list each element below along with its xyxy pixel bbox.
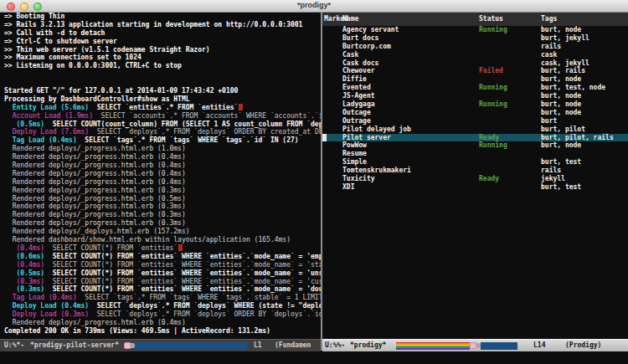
process-name: JS-Agent: [342, 92, 375, 100]
prodigy-modeline-line-number: L14: [533, 341, 545, 349]
process-row[interactable]: EventedRunningburt, test, node: [322, 84, 628, 92]
process-row[interactable]: XDIburt, test: [322, 183, 628, 192]
process-row[interactable]: Simpleburt, test: [322, 158, 628, 167]
log-line: >> Listening on 0.0.0.0:3001, CTRL+C to …: [0, 62, 321, 70]
log-segment: Rendered deploys/_progress.html.erb (0.3…: [4, 203, 186, 210]
process-row[interactable]: Caskcask: [322, 51, 628, 59]
process-status: Running: [479, 84, 507, 92]
log-segment: Processing by DashboardController#show a…: [4, 95, 190, 103]
process-row[interactable]: Tomtenskrukmakerirails: [322, 167, 628, 175]
log-segment: SELECT `tags`.* FROM `tags` WHERE `tags`…: [77, 136, 299, 144]
process-name: Evented: [342, 84, 371, 92]
log-segment: SELECT COUNT(*) FROM `entities` WHERE `e…: [44, 253, 321, 260]
prodigy-modeline[interactable]: U:%%- *prodigy* L14 (Prodigy): [322, 339, 628, 351]
process-row[interactable]: ChewoverFailedburt, rails: [322, 67, 628, 75]
log-line: => Booting Thin: [0, 13, 321, 21]
process-row[interactable]: TuxicityReadyjekyll: [322, 175, 628, 183]
log-line: Started GET "/" for 127.0.0.1 at 2014-01…: [0, 87, 321, 95]
log-segment: SELECT `accounts`.* FROM `accounts` WHER…: [93, 112, 321, 120]
log-modeline-flags: U:%*-: [4, 341, 24, 349]
process-name: XDI: [342, 183, 354, 192]
log-line: (0.4ms) SELECT COUNT(*) FROM `entities`: [0, 244, 321, 253]
log-line: (0.3ms) SELECT COUNT(*) FROM `entities` …: [0, 285, 321, 294]
log-line: Entity Load (5.6ms) SELECT `entities`.* …: [0, 104, 321, 112]
log-segment: Tag Load (0.4ms): [4, 136, 77, 144]
process-row[interactable]: Burt docsburt, jekyll: [322, 34, 628, 43]
log-segment: Rendered deploys/_deploys.html.erb (157.…: [4, 228, 190, 235]
log-segment: (0.5ms): [4, 269, 44, 277]
process-row[interactable]: Agency servantRunningburt, node: [322, 26, 628, 34]
process-row[interactable]: PowWowRunningburt, node: [322, 141, 628, 150]
nyan-space-bar: [481, 342, 517, 350]
process-row[interactable]: Cask docscask, jekyll: [322, 59, 628, 68]
process-status: Running: [479, 100, 507, 109]
column-header-name[interactable]: Name: [342, 13, 358, 26]
log-line: Account Load (1.9ms) SELECT `accounts`.*…: [0, 112, 321, 120]
process-status: Failed: [479, 67, 503, 75]
column-header-status[interactable]: Status: [479, 13, 503, 26]
process-row[interactable]: Resume: [322, 150, 628, 158]
log-segment: SELECT COUNT(*) FROM `entities` WHERE `e…: [44, 269, 321, 277]
process-tags: burt, test, node: [541, 84, 605, 92]
server-log-pane[interactable]: => Booting Thin=> Rails 3.2.13 applicati…: [0, 13, 321, 339]
log-segment: Rendered dashboard/show.html.erb within …: [4, 236, 291, 244]
process-name: Tuxicity: [342, 175, 375, 183]
log-segment: => Ctrl-C to shutdown server: [4, 38, 117, 45]
process-tags: burt, node: [541, 92, 581, 100]
log-line: Deploy Load (7.6ms) SELECT `deploys`.* F…: [0, 128, 321, 136]
process-row[interactable]: Burtcorp.comrails: [322, 43, 628, 51]
log-line: Rendered deploys/_progress.html.erb (0.5…: [0, 195, 321, 203]
log-segment: Rendered deploys/_progress.html.erb (0.3…: [4, 211, 186, 218]
log-modeline-line-number: L1: [254, 341, 262, 349]
log-segment: Rendered deploys/_progress.html.erb (0.4…: [4, 153, 186, 161]
log-line: => Rails 3.2.13 application starting in …: [0, 21, 321, 29]
log-segment: Rendered deploys/_progress.html.erb (0.5…: [4, 195, 186, 203]
log-segment: >> Maximum connections set to 1024: [4, 54, 142, 61]
log-segment: SELECT COUNT(*) FROM `entities` WHERE `e…: [44, 285, 321, 293]
nyan-rainbow-bar: [396, 342, 470, 350]
process-name: Pilot server: [342, 134, 391, 142]
process-status: Ready: [479, 175, 499, 183]
process-row[interactable]: Pilot serverReadyburt, pilot, rails: [322, 134, 628, 142]
process-name: Resume: [342, 150, 367, 158]
window-titlebar[interactable]: *prodigy*: [0, 0, 628, 13]
log-segment: SELECT `deploys`.* FROM `deploys` ORDER …: [89, 310, 321, 318]
log-segment: => Call with -d to detach: [4, 29, 105, 37]
process-row[interactable]: Outrageburt: [322, 117, 628, 126]
process-row[interactable]: LadygagaRunningburt, node: [322, 100, 628, 109]
nyan-progress-bar: [396, 342, 518, 350]
process-name: PowWow: [342, 141, 367, 150]
log-segment: Started GET "/" for 127.0.0.1 at 2014-01…: [4, 87, 238, 95]
process-row[interactable]: Pilot delayed jobburt, pilot: [322, 126, 628, 134]
log-segment: >> Thin web server (v1.5.1 codename Stra…: [4, 46, 210, 54]
log-segment: (0.3ms): [4, 278, 44, 285]
process-row[interactable]: Outcageburt, node: [322, 109, 628, 117]
log-line: (0.6ms) SELECT COUNT(*) FROM `entities` …: [0, 253, 321, 261]
process-row[interactable]: JS-Agentburt, node: [322, 92, 628, 100]
process-tags: cask: [541, 51, 557, 59]
log-segment: Tag Load (0.4ms): [4, 294, 77, 301]
log-line: >> Maximum connections set to 1024: [0, 54, 321, 62]
minibuffer[interactable]: [0, 351, 628, 364]
prodigy-process-pane[interactable]: Marked Name Status Tags Agency servantRu…: [322, 13, 628, 339]
log-segment: Rendered deploys/_progress.html.erb (0.4…: [4, 319, 186, 326]
log-segment: (0.5ms): [4, 120, 44, 128]
log-line: => Call with -d to detach: [0, 29, 321, 38]
log-line: Rendered deploys/_deploys.html.erb (157.…: [0, 228, 321, 236]
column-header-tags[interactable]: Tags: [541, 13, 557, 26]
log-line: Tag Load (0.4ms) SELECT `tags`.* FROM `t…: [0, 136, 321, 145]
log-line: >> Thin web server (v1.5.1 codename Stra…: [0, 46, 321, 54]
log-line: Deploy Load (0.4ms) SELECT `deploys`.* F…: [0, 302, 321, 310]
process-tags: burt, node: [541, 26, 581, 34]
process-tags: burt, test: [541, 183, 581, 192]
log-segment: => Rails 3.2.13 application starting in …: [4, 21, 302, 28]
emacs-window: *prodigy* => Booting Thin=> Rails 3.2.13…: [0, 0, 628, 364]
log-segment: Deploy Load (7.6ms): [4, 128, 89, 136]
log-modeline[interactable]: U:%*- *prodigy-pilot-server* L1 (Fundame…: [0, 339, 321, 351]
log-line: Completed 200 OK in 739ms (Views: 469.5m…: [0, 327, 321, 336]
log-line: Tag Load (0.4ms) SELECT `tags`.* FROM `t…: [0, 294, 321, 302]
process-tags: cask, jekyll: [541, 59, 589, 68]
nyan-space-bar: [135, 342, 247, 350]
process-row[interactable]: Diffieburt, node: [322, 75, 628, 84]
log-line: => Ctrl-C to shutdown server: [0, 38, 321, 46]
